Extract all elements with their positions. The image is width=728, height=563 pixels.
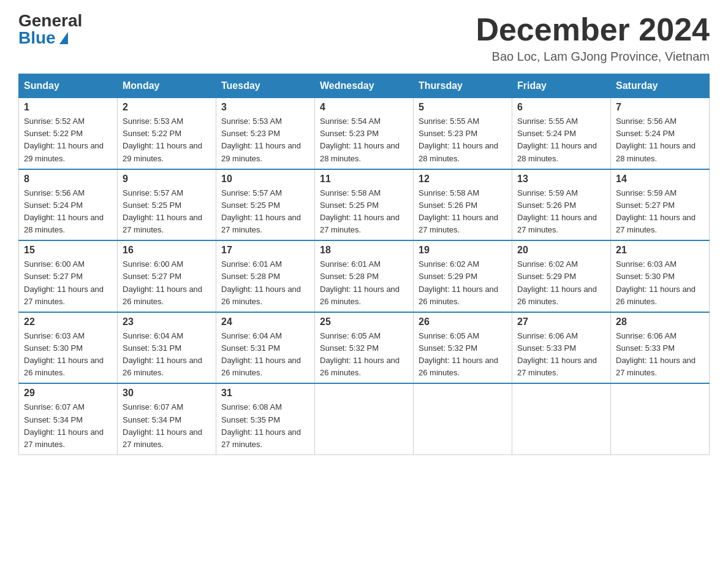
calendar-cell: 26 Sunrise: 6:05 AMSunset: 5:32 PMDaylig… xyxy=(414,312,512,384)
calendar-cell: 23 Sunrise: 6:04 AMSunset: 5:31 PMDaylig… xyxy=(118,312,216,384)
calendar-cell: 4 Sunrise: 5:54 AMSunset: 5:23 PMDayligh… xyxy=(315,98,414,169)
day-info: Sunrise: 6:00 AMSunset: 5:27 PMDaylight:… xyxy=(24,259,104,305)
calendar-cell: 22 Sunrise: 6:03 AMSunset: 5:30 PMDaylig… xyxy=(19,312,118,384)
calendar-week-row: 1 Sunrise: 5:52 AMSunset: 5:22 PMDayligh… xyxy=(19,98,710,169)
day-number: 6 xyxy=(517,102,605,113)
day-number: 20 xyxy=(517,245,605,256)
day-number: 24 xyxy=(221,316,309,327)
day-number: 17 xyxy=(221,245,309,256)
calendar-table: SundayMondayTuesdayWednesdayThursdayFrid… xyxy=(18,74,710,455)
day-info: Sunrise: 5:57 AMSunset: 5:25 PMDaylight:… xyxy=(221,188,301,234)
page-header: General Blue December 2024 Bao Loc, Lam … xyxy=(18,12,710,64)
day-number: 28 xyxy=(616,316,704,327)
day-info: Sunrise: 6:04 AMSunset: 5:31 PMDaylight:… xyxy=(123,331,202,377)
calendar-cell: 24 Sunrise: 6:04 AMSunset: 5:31 PMDaylig… xyxy=(216,312,315,384)
day-number: 15 xyxy=(24,245,112,256)
calendar-header-sunday: Sunday xyxy=(19,74,118,98)
day-info: Sunrise: 6:03 AMSunset: 5:30 PMDaylight:… xyxy=(616,259,696,305)
day-number: 8 xyxy=(24,174,112,185)
calendar-cell: 18 Sunrise: 6:01 AMSunset: 5:28 PMDaylig… xyxy=(315,240,414,312)
calendar-header-row: SundayMondayTuesdayWednesdayThursdayFrid… xyxy=(19,74,710,98)
calendar-header-saturday: Saturday xyxy=(611,74,710,98)
logo: General Blue xyxy=(18,12,82,47)
calendar-cell: 2 Sunrise: 5:53 AMSunset: 5:22 PMDayligh… xyxy=(118,98,216,169)
day-info: Sunrise: 6:01 AMSunset: 5:28 PMDaylight:… xyxy=(320,259,400,305)
calendar-week-row: 29 Sunrise: 6:07 AMSunset: 5:34 PMDaylig… xyxy=(19,383,710,454)
day-info: Sunrise: 5:53 AMSunset: 5:23 PMDaylight:… xyxy=(221,117,301,163)
calendar-cell: 5 Sunrise: 5:55 AMSunset: 5:23 PMDayligh… xyxy=(414,98,512,169)
calendar-cell: 7 Sunrise: 5:56 AMSunset: 5:24 PMDayligh… xyxy=(611,98,710,169)
day-info: Sunrise: 6:02 AMSunset: 5:29 PMDaylight:… xyxy=(419,259,498,305)
day-info: Sunrise: 5:56 AMSunset: 5:24 PMDaylight:… xyxy=(24,188,104,234)
day-number: 23 xyxy=(123,316,211,327)
day-info: Sunrise: 6:05 AMSunset: 5:32 PMDaylight:… xyxy=(419,331,498,377)
calendar-cell: 15 Sunrise: 6:00 AMSunset: 5:27 PMDaylig… xyxy=(19,240,118,312)
logo-blue-text: Blue xyxy=(18,29,68,47)
calendar-cell: 13 Sunrise: 5:59 AMSunset: 5:26 PMDaylig… xyxy=(512,169,611,241)
calendar-cell: 20 Sunrise: 6:02 AMSunset: 5:29 PMDaylig… xyxy=(512,240,611,312)
calendar-cell: 29 Sunrise: 6:07 AMSunset: 5:34 PMDaylig… xyxy=(19,383,118,454)
calendar-cell: 14 Sunrise: 5:59 AMSunset: 5:27 PMDaylig… xyxy=(611,169,710,241)
day-number: 31 xyxy=(221,388,309,399)
day-number: 1 xyxy=(24,102,112,113)
day-info: Sunrise: 5:58 AMSunset: 5:26 PMDaylight:… xyxy=(419,188,498,234)
day-info: Sunrise: 5:58 AMSunset: 5:25 PMDaylight:… xyxy=(320,188,400,234)
day-info: Sunrise: 5:56 AMSunset: 5:24 PMDaylight:… xyxy=(616,117,696,163)
day-info: Sunrise: 5:54 AMSunset: 5:23 PMDaylight:… xyxy=(320,117,400,163)
day-number: 21 xyxy=(616,245,704,256)
calendar-week-row: 22 Sunrise: 6:03 AMSunset: 5:30 PMDaylig… xyxy=(19,312,710,384)
day-info: Sunrise: 5:59 AMSunset: 5:27 PMDaylight:… xyxy=(616,188,696,234)
calendar-header-thursday: Thursday xyxy=(414,74,512,98)
calendar-cell xyxy=(611,383,710,454)
calendar-cell: 1 Sunrise: 5:52 AMSunset: 5:22 PMDayligh… xyxy=(19,98,118,169)
day-number: 18 xyxy=(320,245,408,256)
calendar-cell: 28 Sunrise: 6:06 AMSunset: 5:33 PMDaylig… xyxy=(611,312,710,384)
day-number: 10 xyxy=(221,174,309,185)
month-year-title: December 2024 xyxy=(476,12,710,47)
day-number: 14 xyxy=(616,174,704,185)
calendar-header-monday: Monday xyxy=(118,74,216,98)
day-number: 9 xyxy=(123,174,211,185)
calendar-header-tuesday: Tuesday xyxy=(216,74,315,98)
calendar-cell xyxy=(512,383,611,454)
calendar-cell: 3 Sunrise: 5:53 AMSunset: 5:23 PMDayligh… xyxy=(216,98,315,169)
calendar-cell: 25 Sunrise: 6:05 AMSunset: 5:32 PMDaylig… xyxy=(315,312,414,384)
logo-triangle-icon xyxy=(59,32,68,44)
day-number: 7 xyxy=(616,102,704,113)
day-info: Sunrise: 6:04 AMSunset: 5:31 PMDaylight:… xyxy=(221,331,301,377)
day-number: 13 xyxy=(517,174,605,185)
day-number: 29 xyxy=(24,388,112,399)
calendar-cell: 21 Sunrise: 6:03 AMSunset: 5:30 PMDaylig… xyxy=(611,240,710,312)
day-info: Sunrise: 5:55 AMSunset: 5:23 PMDaylight:… xyxy=(419,117,498,163)
logo-general-text: General xyxy=(18,12,82,29)
calendar-cell: 6 Sunrise: 5:55 AMSunset: 5:24 PMDayligh… xyxy=(512,98,611,169)
day-info: Sunrise: 6:08 AMSunset: 5:35 PMDaylight:… xyxy=(221,402,301,448)
day-info: Sunrise: 5:57 AMSunset: 5:25 PMDaylight:… xyxy=(123,188,202,234)
day-number: 12 xyxy=(419,174,507,185)
day-info: Sunrise: 6:05 AMSunset: 5:32 PMDaylight:… xyxy=(320,331,400,377)
location-subtitle: Bao Loc, Lam GJong Province, Vietnam xyxy=(476,50,710,64)
calendar-week-row: 8 Sunrise: 5:56 AMSunset: 5:24 PMDayligh… xyxy=(19,169,710,241)
day-info: Sunrise: 5:59 AMSunset: 5:26 PMDaylight:… xyxy=(517,188,597,234)
day-info: Sunrise: 5:52 AMSunset: 5:22 PMDaylight:… xyxy=(24,117,104,163)
calendar-cell xyxy=(414,383,512,454)
day-info: Sunrise: 6:00 AMSunset: 5:27 PMDaylight:… xyxy=(123,259,202,305)
day-info: Sunrise: 6:07 AMSunset: 5:34 PMDaylight:… xyxy=(24,402,104,448)
calendar-cell: 12 Sunrise: 5:58 AMSunset: 5:26 PMDaylig… xyxy=(414,169,512,241)
calendar-cell: 16 Sunrise: 6:00 AMSunset: 5:27 PMDaylig… xyxy=(118,240,216,312)
day-number: 4 xyxy=(320,102,408,113)
day-info: Sunrise: 6:01 AMSunset: 5:28 PMDaylight:… xyxy=(221,259,301,305)
day-info: Sunrise: 6:03 AMSunset: 5:30 PMDaylight:… xyxy=(24,331,104,377)
calendar-cell: 10 Sunrise: 5:57 AMSunset: 5:25 PMDaylig… xyxy=(216,169,315,241)
day-info: Sunrise: 6:06 AMSunset: 5:33 PMDaylight:… xyxy=(616,331,696,377)
calendar-cell: 11 Sunrise: 5:58 AMSunset: 5:25 PMDaylig… xyxy=(315,169,414,241)
day-info: Sunrise: 6:02 AMSunset: 5:29 PMDaylight:… xyxy=(517,259,597,305)
day-info: Sunrise: 6:07 AMSunset: 5:34 PMDaylight:… xyxy=(123,402,202,448)
title-block: December 2024 Bao Loc, Lam GJong Provinc… xyxy=(476,12,710,64)
day-number: 5 xyxy=(419,102,507,113)
day-info: Sunrise: 6:06 AMSunset: 5:33 PMDaylight:… xyxy=(517,331,597,377)
calendar-cell: 19 Sunrise: 6:02 AMSunset: 5:29 PMDaylig… xyxy=(414,240,512,312)
day-number: 25 xyxy=(320,316,408,327)
calendar-cell: 27 Sunrise: 6:06 AMSunset: 5:33 PMDaylig… xyxy=(512,312,611,384)
day-number: 11 xyxy=(320,174,408,185)
